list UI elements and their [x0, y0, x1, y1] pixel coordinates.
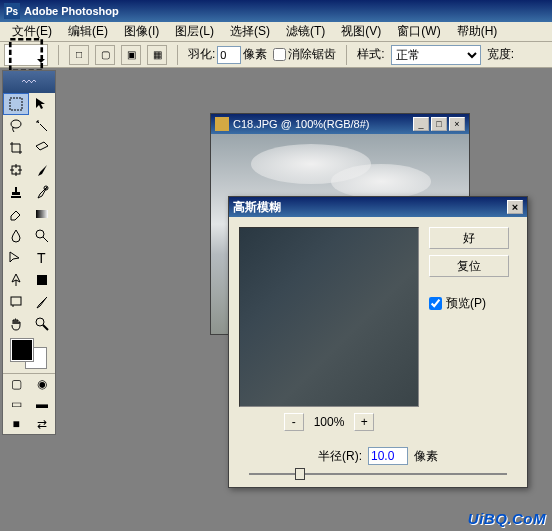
svg-rect-9 [11, 297, 21, 305]
maximize-button[interactable]: □ [431, 117, 447, 131]
preview-checkbox-label: 预览(P) [429, 295, 509, 312]
slice-tool[interactable] [29, 137, 55, 159]
intersect-selection-icon[interactable]: ▦ [147, 45, 167, 65]
feather-input[interactable] [217, 46, 241, 64]
zoom-in-button[interactable]: + [354, 413, 374, 431]
watermark: UiBQ.CoM [468, 510, 546, 527]
svg-point-10 [36, 318, 44, 326]
divider [346, 45, 347, 65]
add-selection-icon[interactable]: ▢ [95, 45, 115, 65]
tool-preset-picker[interactable] [4, 44, 48, 66]
app-title: Adobe Photoshop [24, 5, 119, 17]
document-title: C18.JPG @ 100%(RGB/8#) [233, 118, 370, 130]
pen-tool[interactable] [3, 269, 29, 291]
app-titlebar: Ps Adobe Photoshop [0, 0, 552, 22]
color-swatches [3, 335, 55, 373]
dialog-close-button[interactable]: × [507, 200, 523, 214]
width-label: 宽度: [487, 46, 514, 63]
svg-text:T: T [37, 250, 46, 266]
minimize-button[interactable]: _ [413, 117, 429, 131]
document-icon [215, 117, 229, 131]
radius-slider[interactable] [229, 471, 527, 487]
dialog-title: 高斯模糊 [233, 199, 281, 216]
preview-checkbox[interactable] [429, 297, 442, 310]
hand-tool[interactable] [3, 313, 29, 335]
antialias-label: 消除锯齿 [273, 46, 336, 63]
preview-area[interactable] [239, 227, 419, 407]
foreground-color[interactable] [11, 339, 33, 361]
radius-unit: 像素 [414, 448, 438, 465]
subtract-selection-icon[interactable]: ▣ [121, 45, 141, 65]
menu-window[interactable]: 窗口(W) [389, 23, 448, 40]
shape-tool[interactable] [29, 269, 55, 291]
svg-rect-8 [37, 275, 47, 285]
toolbox-header: 〰 [3, 71, 55, 93]
menu-view[interactable]: 视图(V) [333, 23, 389, 40]
menu-filter[interactable]: 滤镜(T) [278, 23, 333, 40]
divider [177, 45, 178, 65]
document-titlebar[interactable]: C18.JPG @ 100%(RGB/8#) _ □ × [211, 114, 469, 134]
dialog-titlebar[interactable]: 高斯模糊 × [229, 197, 527, 217]
svg-rect-1 [10, 98, 22, 110]
app-icon: Ps [4, 3, 20, 19]
screen-full-icon[interactable]: ■ [3, 414, 29, 434]
style-select[interactable]: 正常 [391, 45, 481, 65]
eyedropper-tool[interactable] [29, 291, 55, 313]
notes-tool[interactable] [3, 291, 29, 313]
divider [58, 45, 59, 65]
menu-image[interactable]: 图像(I) [116, 23, 167, 40]
marquee-tool[interactable] [3, 93, 29, 115]
toolbox: 〰 T ▢ ◉ ▭ ▬ ■ ⇄ [2, 70, 56, 435]
blur-tool[interactable] [3, 225, 29, 247]
menu-help[interactable]: 帮助(H) [449, 23, 506, 40]
quickmask-mode-icon[interactable]: ◉ [29, 374, 55, 394]
dodge-tool[interactable] [29, 225, 55, 247]
type-tool[interactable]: T [29, 247, 55, 269]
options-bar: □ ▢ ▣ ▦ 羽化: 像素 消除锯齿 样式: 正常 宽度: [0, 42, 552, 68]
antialias-checkbox[interactable] [273, 48, 286, 61]
slider-thumb[interactable] [295, 468, 305, 480]
svg-rect-0 [10, 39, 42, 71]
move-tool[interactable] [29, 93, 55, 115]
imageready-icon[interactable]: ⇄ [29, 414, 55, 434]
lasso-tool[interactable] [3, 115, 29, 137]
gradient-tool[interactable] [29, 203, 55, 225]
menu-layer[interactable]: 图层(L) [167, 23, 222, 40]
standard-mode-icon[interactable]: ▢ [3, 374, 29, 394]
eraser-tool[interactable] [3, 203, 29, 225]
menu-edit[interactable]: 编辑(E) [60, 23, 116, 40]
zoom-level: 100% [314, 415, 345, 429]
feather-icon: 〰 [22, 74, 36, 90]
history-brush-tool[interactable] [29, 181, 55, 203]
healing-tool[interactable] [3, 159, 29, 181]
path-tool[interactable] [3, 247, 29, 269]
stamp-tool[interactable] [3, 181, 29, 203]
wand-tool[interactable] [29, 115, 55, 137]
style-label: 样式: [357, 46, 384, 63]
new-selection-icon[interactable]: □ [69, 45, 89, 65]
gaussian-blur-dialog: 高斯模糊 × - 100% + 好 复位 预览(P) 半径(R): 像素 [228, 196, 528, 488]
radius-input[interactable] [368, 447, 408, 465]
menu-bar: 文件(E) 编辑(E) 图像(I) 图层(L) 选择(S) 滤镜(T) 视图(V… [0, 22, 552, 42]
radius-label: 半径(R): [318, 448, 362, 465]
zoom-tool[interactable] [29, 313, 55, 335]
svg-point-2 [11, 120, 21, 128]
crop-tool[interactable] [3, 137, 29, 159]
screen-standard-icon[interactable]: ▭ [3, 394, 29, 414]
feather-label: 羽化: 像素 [188, 46, 267, 64]
svg-rect-5 [36, 210, 48, 218]
zoom-out-button[interactable]: - [284, 413, 304, 431]
close-button[interactable]: × [449, 117, 465, 131]
menu-select[interactable]: 选择(S) [222, 23, 278, 40]
ok-button[interactable]: 好 [429, 227, 509, 249]
screen-full-menu-icon[interactable]: ▬ [29, 394, 55, 414]
brush-tool[interactable] [29, 159, 55, 181]
reset-button[interactable]: 复位 [429, 255, 509, 277]
svg-point-6 [36, 230, 44, 238]
